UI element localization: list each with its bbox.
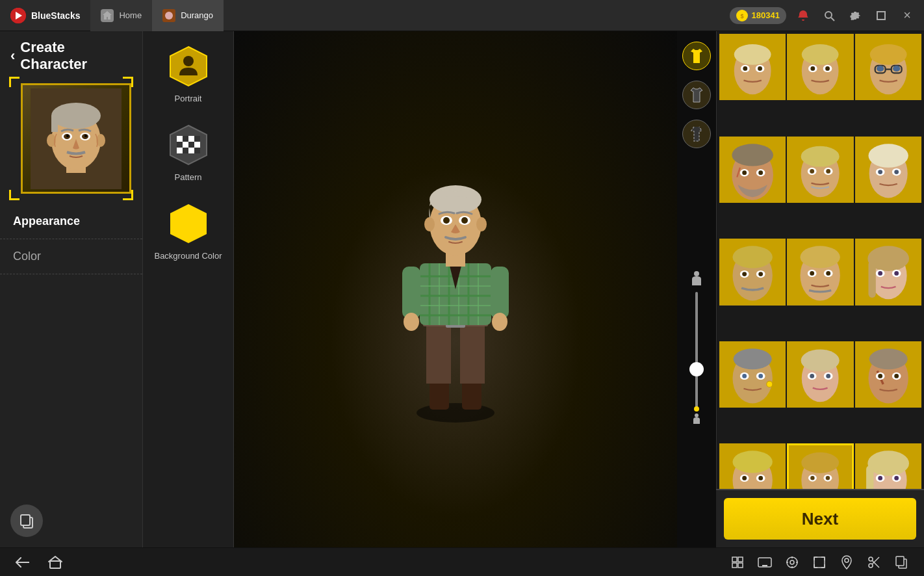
scissors-btn[interactable]: [864, 553, 884, 572]
portrait-label: Portrait: [175, 94, 202, 103]
svg-point-24: [183, 56, 194, 66]
right-controls: [677, 31, 716, 547]
svg-point-17: [66, 135, 69, 137]
tab-durango[interactable]: Durango: [152, 0, 224, 31]
svg-point-85: [811, 66, 815, 71]
svg-point-39: [417, 403, 494, 423]
sidebar-item-color[interactable]: Color: [0, 239, 142, 274]
svg-line-210: [872, 557, 879, 564]
ctrl-shirt2-btn[interactable]: [682, 81, 711, 109]
svg-line-209: [872, 560, 879, 568]
ctrl-vest-btn[interactable]: [682, 120, 711, 148]
face-thumb-8[interactable]: [855, 239, 921, 305]
options-panel: Portrait ›: [143, 31, 234, 547]
svg-rect-33: [194, 142, 200, 148]
option-background-color[interactable]: Background Color: [154, 202, 222, 262]
svg-rect-26: [177, 136, 183, 142]
svg-marker-38: [170, 204, 207, 243]
settings-btn[interactable]: [846, 7, 864, 25]
svg-point-67: [476, 217, 487, 231]
svg-point-158: [878, 374, 882, 378]
svg-rect-37: [194, 148, 200, 153]
corner-tr: [123, 77, 133, 87]
face-thumb-0[interactable]: [719, 34, 786, 100]
face-thumb-1[interactable]: [787, 34, 853, 100]
expand-btn[interactable]: [810, 553, 829, 572]
face-thumb-3[interactable]: [719, 137, 786, 203]
grid-btn[interactable]: [728, 553, 747, 572]
face-thumb-4[interactable]: [787, 137, 853, 203]
svg-point-116: [894, 170, 899, 174]
target-btn[interactable]: [782, 553, 802, 572]
svg-point-163: [732, 451, 772, 473]
portrait-image: [23, 85, 129, 192]
svg-rect-31: [183, 142, 188, 148]
face-thumb-10[interactable]: [787, 341, 853, 408]
svg-rect-36: [188, 148, 194, 153]
back-nav-btn[interactable]: [13, 553, 32, 572]
svg-point-69: [443, 217, 450, 224]
notification-btn[interactable]: [794, 7, 812, 25]
close-btn[interactable]: ×: [898, 7, 916, 25]
svg-point-156: [869, 348, 907, 369]
face-thumb-inner-8: [855, 239, 921, 305]
sidebar-nav: Appearance Color: [0, 204, 142, 274]
svg-rect-60: [491, 267, 509, 319]
option-portrait[interactable]: Portrait ›: [166, 44, 211, 103]
home-nav-btn[interactable]: [45, 553, 65, 572]
slider-track[interactable]: [695, 292, 698, 409]
keyboard-btn[interactable]: [755, 553, 775, 572]
face-thumb-11[interactable]: [855, 341, 921, 408]
svg-point-109: [827, 169, 831, 174]
face-thumb-inner-0: [719, 34, 786, 100]
face-thumb-6[interactable]: [719, 239, 786, 305]
svg-rect-28: [188, 136, 194, 142]
portrait-hex-btn[interactable]: [166, 44, 211, 88]
face-thumb-7[interactable]: [787, 239, 853, 305]
svg-rect-186: [738, 557, 743, 562]
svg-rect-27: [183, 136, 188, 142]
face-thumb-9[interactable]: [719, 341, 786, 408]
bluestacks-icon: [10, 8, 26, 23]
tab-home[interactable]: Home: [90, 0, 152, 31]
sidebar-bottom: [0, 494, 142, 547]
next-button[interactable]: Next: [724, 498, 916, 540]
pattern-hex-btn[interactable]: [166, 123, 211, 167]
svg-point-5: [825, 12, 832, 18]
svg-point-160: [894, 374, 899, 378]
taskbar-right: [728, 553, 911, 572]
svg-point-177: [867, 451, 909, 477]
svg-rect-29: [194, 136, 200, 142]
face-thumb-2[interactable]: [855, 34, 921, 100]
copy-taskbar-btn[interactable]: [892, 553, 911, 572]
svg-point-71: [461, 217, 468, 224]
face-thumb-inner-10: [787, 341, 853, 408]
option-pattern[interactable]: Pattern: [166, 123, 211, 182]
search-btn[interactable]: [820, 7, 838, 25]
svg-point-83: [802, 44, 839, 65]
portrait-container: [10, 78, 132, 199]
face-thumb-5[interactable]: [855, 137, 921, 203]
svg-point-20: [84, 135, 87, 137]
sidebar-item-appearance[interactable]: Appearance: [0, 204, 142, 239]
copy-button[interactable]: [10, 504, 43, 537]
location-btn[interactable]: [837, 553, 856, 572]
taskbar: [0, 547, 924, 576]
bg-color-hex-btn[interactable]: [166, 202, 211, 246]
svg-rect-43: [460, 322, 485, 384]
coin-icon: $: [736, 10, 748, 21]
svg-point-199: [787, 557, 797, 568]
ctrl-shirt-btn[interactable]: [682, 42, 711, 70]
slider-thumb[interactable]: [689, 362, 704, 376]
svg-point-149: [801, 349, 840, 371]
svg-point-138: [894, 271, 899, 276]
viewport: [234, 31, 677, 547]
svg-point-180: [878, 476, 882, 480]
svg-point-100: [742, 170, 747, 175]
svg-point-119: [732, 246, 772, 268]
svg-point-151: [810, 374, 815, 378]
svg-point-172: [811, 476, 815, 480]
restore-btn[interactable]: [872, 7, 890, 25]
back-button[interactable]: ‹: [10, 47, 15, 64]
svg-point-142: [767, 381, 773, 387]
